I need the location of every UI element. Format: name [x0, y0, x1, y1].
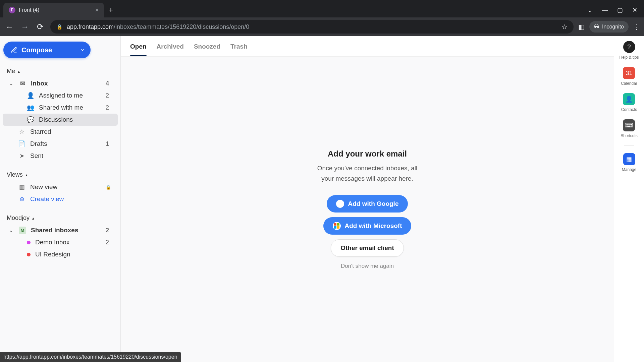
chevron-down-icon — [80, 48, 85, 52]
sidebar-item-shared-inboxes[interactable]: ⌄ M Shared inboxes 2 — [3, 224, 118, 236]
sidebar-item-count: 2 — [106, 239, 111, 246]
maximize-icon[interactable]: ▢ — [617, 6, 623, 14]
url-path: /inboxes/teammates/15619220/discussions/… — [114, 23, 249, 30]
rail-manage[interactable]: ▦ Manage — [622, 153, 636, 172]
chevron-down-icon: ⌄ — [9, 81, 14, 86]
tab-archived[interactable]: Archived — [157, 43, 184, 56]
status-tabs: Open Archived Snoozed Trash — [121, 36, 614, 57]
reload-button[interactable]: ⟳ — [35, 22, 46, 32]
svg-rect-2 — [334, 226, 336, 229]
browser-toolbar: ← → ⟳ 🔒 app.frontapp.com/inboxes/teammat… — [0, 17, 644, 36]
sidebar-item-shared-with-me[interactable]: 👥 Shared with me 2 — [3, 102, 118, 114]
empty-subtitle: Once you've connected inboxes, all your … — [310, 163, 424, 184]
sidebar-item-sent[interactable]: ➤ Sent — [3, 150, 118, 162]
google-icon: G — [336, 200, 344, 208]
compose-dropdown-button[interactable] — [74, 42, 91, 58]
rail-help[interactable]: ? Help & tips — [619, 41, 639, 60]
rail-contacts[interactable]: 👤 Contacts — [621, 93, 637, 112]
compose-button-group: Compose — [3, 42, 91, 58]
lock-icon: 🔒 — [56, 24, 63, 30]
tab-open[interactable]: Open — [130, 43, 147, 56]
sidebar-item-ui-redesign[interactable]: UI Redesign — [3, 248, 118, 260]
main-content: Open Archived Snoozed Trash Add your wor… — [121, 36, 614, 362]
tab-search-icon[interactable]: ⌄ — [587, 6, 592, 14]
plus-circle-icon: ⊕ — [18, 195, 25, 203]
color-dot-icon — [27, 253, 31, 256]
section-workspace[interactable]: Moodjoy ▴ — [0, 212, 120, 224]
sidebar-item-label: Starred — [30, 128, 111, 135]
sidebar-item-label: Shared with me — [39, 104, 101, 111]
forward-button[interactable]: → — [19, 22, 30, 32]
color-dot-icon — [27, 241, 31, 244]
sidebar-item-assigned[interactable]: 👤 Assigned to me 2 — [3, 89, 118, 102]
sidebar-item-demo-inbox[interactable]: Demo Inbox 2 — [3, 236, 118, 248]
help-icon: ? — [623, 41, 635, 53]
dont-show-again-link[interactable]: Don't show me again — [341, 263, 394, 269]
close-tab-icon[interactable]: × — [95, 7, 99, 14]
extensions-icon[interactable]: ◧ — [578, 23, 585, 31]
sidebar-item-label: Drafts — [30, 140, 101, 147]
tab-snoozed[interactable]: Snoozed — [194, 43, 220, 56]
address-bar[interactable]: 🔒 app.frontapp.com/inboxes/teammates/156… — [50, 20, 574, 34]
sidebar-item-label: Sent — [30, 152, 111, 160]
caret-up-icon: ▴ — [18, 69, 20, 74]
add-with-microsoft-button[interactable]: Add with Microsoft — [323, 217, 412, 235]
sidebar-item-drafts[interactable]: 📄 Drafts 1 — [3, 138, 118, 150]
svg-rect-1 — [337, 223, 339, 226]
sidebar-item-label: Inbox — [31, 80, 101, 87]
section-views[interactable]: Views ▴ — [0, 169, 120, 181]
chat-icon: 💬 — [27, 116, 34, 123]
send-icon: ➤ — [18, 152, 25, 160]
add-with-google-button[interactable]: G Add with Google — [327, 195, 408, 213]
minimize-icon[interactable]: — — [602, 7, 608, 14]
other-email-client-button[interactable]: Other email client — [331, 239, 404, 257]
sidebar-item-count: 1 — [106, 140, 111, 147]
close-window-icon[interactable]: ✕ — [632, 6, 637, 14]
rail-label: Calendar — [621, 81, 637, 86]
tab-trash[interactable]: Trash — [230, 43, 248, 56]
incognito-badge[interactable]: 🕶 Incognito — [589, 21, 629, 33]
back-button[interactable]: ← — [4, 22, 15, 32]
contacts-icon: 👤 — [623, 93, 635, 105]
section-views-label: Views — [7, 171, 23, 178]
sidebar-item-discussions[interactable]: 💬 Discussions — [3, 114, 118, 126]
lock-icon: 🔒 — [106, 185, 111, 190]
workspace-badge: M — [19, 227, 26, 234]
sidebar-item-label: UI Redesign — [35, 251, 111, 258]
caret-up-icon: ▴ — [32, 216, 34, 221]
empty-state: Add your work email Once you've connecte… — [121, 57, 614, 362]
right-rail: ? Help & tips 31 Calendar 👤 Contacts ⌨ S… — [614, 36, 644, 362]
sidebar-item-starred[interactable]: ☆ Starred — [3, 126, 118, 138]
sidebar-item-label: Shared inboxes — [31, 227, 101, 234]
sidebar-item-inbox[interactable]: ⌄ ✉ Inbox 4 — [3, 77, 118, 89]
sidebar-item-label: New view — [30, 183, 100, 191]
section-workspace-label: Moodjoy — [7, 215, 30, 222]
sidebar: Compose Me ▴ ⌄ ✉ Inbox 4 👤 Assigned to m… — [0, 36, 121, 362]
calendar-icon: 31 — [623, 67, 635, 79]
rail-calendar[interactable]: 31 Calendar — [621, 67, 637, 86]
users-icon: 👥 — [27, 104, 34, 111]
rail-shortcuts[interactable]: ⌨ Shortcuts — [621, 119, 638, 138]
tab-title: Front (4) — [19, 7, 39, 13]
new-tab-button[interactable]: + — [104, 3, 118, 17]
sidebar-item-count: 4 — [106, 80, 111, 87]
section-me[interactable]: Me ▴ — [0, 65, 120, 77]
status-bar: https://app.frontapp.com/inboxes/teammat… — [0, 352, 181, 362]
microsoft-icon — [333, 222, 341, 230]
bookmark-star-icon[interactable]: ☆ — [561, 23, 568, 31]
chevron-down-icon: ⌄ — [9, 228, 14, 233]
inbox-icon: ✉ — [19, 80, 26, 87]
button-label: Add with Google — [348, 200, 399, 207]
browser-menu-icon[interactable]: ⋮ — [633, 23, 640, 31]
sidebar-item-create-view[interactable]: ⊕ Create view — [3, 193, 118, 205]
incognito-label: Incognito — [602, 24, 624, 30]
tab-favicon: F — [9, 7, 15, 13]
rail-label: Help & tips — [619, 55, 639, 60]
sidebar-item-new-view[interactable]: ▥ New view 🔒 — [3, 181, 118, 193]
svg-rect-0 — [334, 223, 336, 226]
compose-button[interactable]: Compose — [3, 46, 74, 54]
rail-divider — [624, 145, 634, 146]
sidebar-item-label: Assigned to me — [39, 92, 101, 99]
compose-icon — [11, 47, 17, 53]
browser-tab[interactable]: F Front (4) × — [3, 3, 104, 17]
